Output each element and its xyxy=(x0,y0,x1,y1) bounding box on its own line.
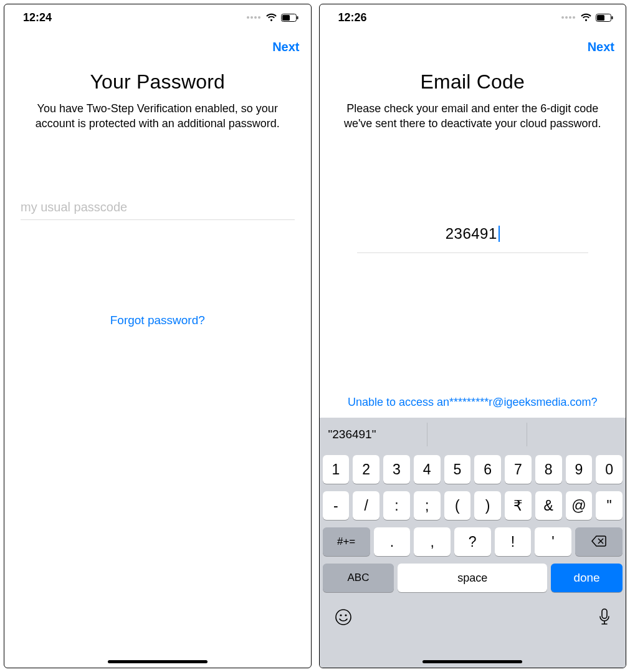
svg-point-7 xyxy=(340,614,341,616)
key-4[interactable]: 4 xyxy=(414,455,441,484)
page-title: Email Code xyxy=(320,70,626,94)
status-bar: 12:26 xyxy=(320,4,626,31)
password-input-wrap xyxy=(21,200,295,220)
key-question[interactable]: ? xyxy=(454,527,491,556)
key-colon[interactable]: : xyxy=(383,491,410,520)
home-indicator[interactable] xyxy=(422,660,522,663)
key-exclaim[interactable]: ! xyxy=(495,527,532,556)
svg-point-8 xyxy=(345,614,346,616)
status-time: 12:26 xyxy=(338,11,367,24)
status-icons xyxy=(247,13,298,22)
cellular-dots-icon xyxy=(247,16,260,19)
key-7[interactable]: 7 xyxy=(505,455,532,484)
status-bar: 12:24 xyxy=(4,4,311,31)
code-input-wrap[interactable]: 236491 xyxy=(357,225,589,253)
key-slash[interactable]: / xyxy=(353,491,379,520)
svg-rect-5 xyxy=(612,16,613,19)
key-8[interactable]: 8 xyxy=(535,455,562,484)
key-abc[interactable]: ABC xyxy=(323,564,394,592)
nav-bar: Next xyxy=(320,31,626,63)
page-subtitle: Please check your email and enter the 6-… xyxy=(320,94,626,132)
keyboard-suggestion-bar: "236491" xyxy=(320,418,626,451)
backspace-icon xyxy=(591,534,606,550)
keyboard-row-2: - / : ; ( ) ₹ & @ " xyxy=(320,487,626,524)
wifi-icon xyxy=(265,13,277,22)
key-comma[interactable]: , xyxy=(414,527,451,556)
forgot-password-link[interactable]: Forgot password? xyxy=(4,314,311,327)
phone-left-password-screen: 12:24 Next Your Password You have Two-St… xyxy=(4,4,312,668)
key-apostrophe[interactable]: ' xyxy=(535,527,571,556)
keyboard-row-3: #+= . , ? ! ' xyxy=(320,524,626,560)
keyboard-suggestion[interactable]: "236491" xyxy=(320,423,428,446)
svg-rect-9 xyxy=(602,609,607,618)
keyboard-bottom-row xyxy=(320,596,626,630)
key-rupee[interactable]: ₹ xyxy=(505,491,532,520)
phone-right-email-code-screen: 12:26 Next Email Code Please check your … xyxy=(319,4,627,668)
key-3[interactable]: 3 xyxy=(383,455,410,484)
key-done[interactable]: done xyxy=(551,564,623,592)
next-button[interactable]: Next xyxy=(588,40,614,54)
key-6[interactable]: 6 xyxy=(474,455,501,484)
keyboard-suggestion-empty[interactable] xyxy=(427,423,527,446)
key-5[interactable]: 5 xyxy=(444,455,471,484)
key-9[interactable]: 9 xyxy=(566,455,593,484)
keyboard-suggestion-empty[interactable] xyxy=(527,423,626,446)
key-2[interactable]: 2 xyxy=(353,455,379,484)
password-input[interactable] xyxy=(21,200,295,214)
key-ampersand[interactable]: & xyxy=(535,491,562,520)
key-semicolon[interactable]: ; xyxy=(414,491,441,520)
keyboard-row-1: 1 2 3 4 5 6 7 8 9 0 xyxy=(320,451,626,487)
mic-icon[interactable] xyxy=(598,608,611,630)
cellular-dots-icon xyxy=(561,16,575,19)
keyboard-row-4: ABC space done xyxy=(320,560,626,596)
key-0[interactable]: 0 xyxy=(596,455,623,484)
emoji-icon[interactable] xyxy=(335,608,352,630)
key-at[interactable]: @ xyxy=(566,491,593,520)
key-period[interactable]: . xyxy=(374,527,411,556)
nav-bar: Next xyxy=(4,31,311,63)
key-dash[interactable]: - xyxy=(323,491,350,520)
status-icons xyxy=(561,13,613,22)
svg-point-6 xyxy=(336,610,351,625)
key-space[interactable]: space xyxy=(398,564,547,592)
battery-icon xyxy=(596,14,613,22)
battery-icon xyxy=(281,14,298,22)
key-quote[interactable]: " xyxy=(596,491,623,520)
key-paren-open[interactable]: ( xyxy=(444,491,471,520)
page-title: Your Password xyxy=(4,70,311,94)
ios-keyboard: "236491" 1 2 3 4 5 6 7 8 9 0 - / : ; ( )… xyxy=(320,418,626,668)
unable-access-email-link[interactable]: Unable to access an*********r@igeeksmedi… xyxy=(320,396,626,418)
svg-rect-2 xyxy=(297,16,298,19)
key-1[interactable]: 1 xyxy=(323,455,350,484)
home-indicator[interactable] xyxy=(108,660,208,663)
key-paren-close[interactable]: ) xyxy=(474,491,501,520)
code-value: 236491 xyxy=(446,225,497,242)
key-backspace[interactable] xyxy=(575,527,623,556)
wifi-icon xyxy=(580,13,592,22)
svg-rect-1 xyxy=(282,15,290,21)
key-symbols[interactable]: #+= xyxy=(323,527,370,556)
next-button[interactable]: Next xyxy=(272,40,299,54)
text-cursor xyxy=(499,226,500,242)
svg-rect-4 xyxy=(597,15,604,21)
status-time: 12:24 xyxy=(23,11,52,24)
page-subtitle: You have Two-Step Verification enabled, … xyxy=(4,94,311,132)
